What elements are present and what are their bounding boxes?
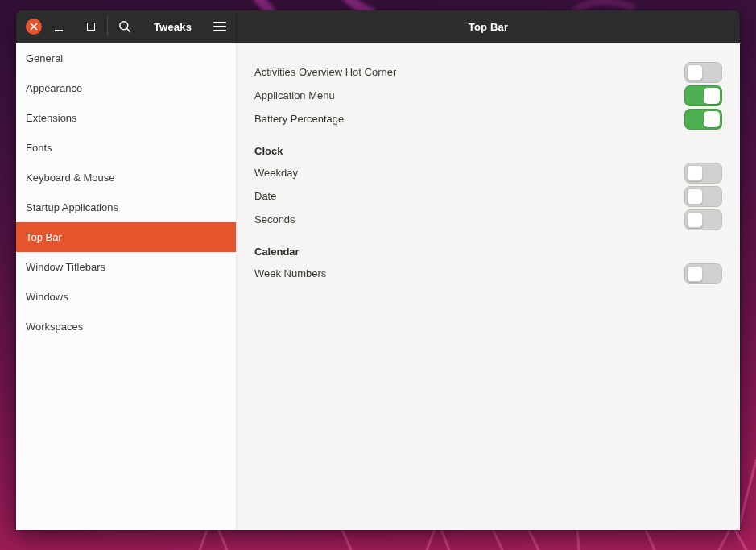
toggle-knob [687,64,703,81]
section-header: Clock [254,141,722,161]
minimize-icon[interactable] [55,23,63,31]
sidebar-item-label: Windows [26,291,68,303]
sidebar-item-label: General [26,52,63,64]
setting-label: Activities Overview Hot Corner [254,66,396,78]
sidebar-item-windows[interactable]: Windows [16,282,236,312]
sidebar-item-fonts[interactable]: Fonts [16,133,236,163]
sidebar-item-extensions[interactable]: Extensions [16,103,236,133]
toggle-knob [704,111,720,127]
sidebar-item-workspaces[interactable]: Workspaces [16,312,236,341]
sidebar-item-label: Fonts [26,142,52,154]
toggle-knob [687,212,703,228]
settings-section-calendar: CalendarWeek Numbers [254,242,722,285]
settings-section-clock: ClockWeekdayDateSeconds [254,141,722,231]
toggle-week-numbers[interactable] [684,263,722,284]
setting-row-seconds: Seconds [254,208,722,231]
setting-label: Week Numbers [254,267,326,279]
setting-row-battery-percentage: Battery Percentage [254,107,722,130]
setting-label: Date [254,190,276,202]
setting-label: Battery Percentage [254,113,344,125]
setting-label: Application Menu [254,89,335,101]
sidebar-item-keyboard-mouse[interactable]: Keyboard & Mouse [16,163,236,192]
toggle-battery-percentage[interactable] [684,109,722,130]
toggle-knob [687,165,703,181]
settings-panel: Activities Overview Hot CornerApplicatio… [237,43,740,530]
toggle-date[interactable] [684,186,722,207]
sidebar-item-window-titlebars[interactable]: Window Titlebars [16,252,236,282]
setting-label: Weekday [254,167,298,179]
toggle-weekday[interactable] [684,163,722,184]
setting-row-activities-overview-hot-corner: Activities Overview Hot Corner [254,60,722,84]
header-left-pane: Tweaks [16,10,237,43]
search-icon[interactable] [118,19,132,34]
settings-section: Activities Overview Hot CornerApplicatio… [254,60,722,130]
toggle-seconds[interactable] [684,209,722,230]
tweaks-window: Tweaks Top Bar GeneralAppearanceExtensio… [16,10,740,530]
sidebar-item-label: Startup Applications [26,201,118,213]
sidebar-item-label: Keyboard & Mouse [26,172,115,184]
sidebar-item-general[interactable]: General [16,43,236,73]
page-title: Top Bar [469,21,509,33]
window-body: GeneralAppearanceExtensionsFontsKeyboard… [16,43,740,530]
toggle-knob [687,266,703,282]
close-icon[interactable] [26,19,42,35]
sidebar-item-label: Window Titlebars [26,261,105,273]
toggle-activities-overview-hot-corner[interactable] [684,62,722,83]
toggle-application-menu[interactable] [684,85,722,106]
header-right-pane: Top Bar [237,10,740,43]
sidebar-item-top-bar[interactable]: Top Bar [16,222,236,252]
setting-label: Seconds [254,213,295,225]
section-header: Calendar [254,242,722,262]
setting-row-application-menu: Application Menu [254,84,722,107]
header-bar: Tweaks Top Bar [16,10,740,43]
maximize-icon[interactable] [87,23,95,31]
app-title: Tweaks [132,21,213,33]
toggle-knob [704,88,720,104]
sidebar-item-label: Extensions [26,112,77,124]
sidebar-item-label: Appearance [26,82,82,94]
sidebar-item-label: Workspaces [26,320,83,333]
toggle-knob [687,188,703,205]
setting-row-week-numbers: Week Numbers [254,262,722,285]
setting-row-weekday: Weekday [254,161,722,184]
hamburger-menu-icon[interactable] [213,22,226,31]
sidebar-item-label: Top Bar [26,231,62,243]
sidebar-item-appearance[interactable]: Appearance [16,73,236,103]
setting-row-date: Date [254,184,722,208]
header-divider [107,16,108,37]
sidebar: GeneralAppearanceExtensionsFontsKeyboard… [16,43,237,530]
sidebar-item-startup-applications[interactable]: Startup Applications [16,192,236,222]
